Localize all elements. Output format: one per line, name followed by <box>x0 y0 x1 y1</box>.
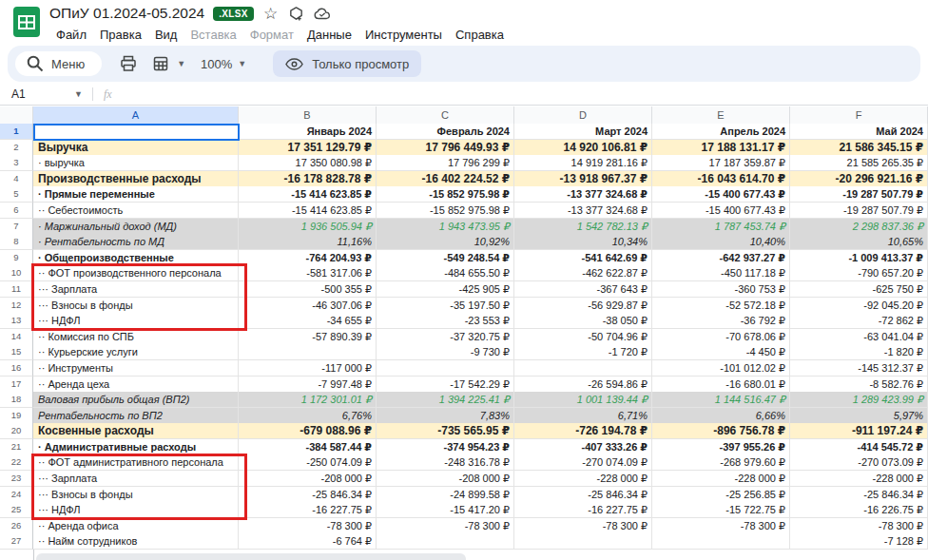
row-number[interactable]: 23 <box>0 471 33 487</box>
cell[interactable]: 17 187 359.87 ₽ <box>652 155 790 171</box>
cell[interactable]: 1 172 301.01 ₽ <box>239 392 377 408</box>
cell[interactable]: 2 298 837.36 ₽ <box>790 219 928 235</box>
row-label-cell[interactable]: ·· Аренда офиса <box>33 518 239 534</box>
cell[interactable]: -228 000 ₽ <box>790 471 928 487</box>
cell[interactable]: 6,76% <box>239 408 377 424</box>
cell[interactable]: -16 178 828.78 ₽ <box>239 171 377 187</box>
row-label-cell[interactable]: · Общепроизводственные <box>33 250 239 266</box>
month-header-cell[interactable]: Апрель 2024 <box>652 124 790 140</box>
cell[interactable]: -374 954.23 ₽ <box>377 439 514 455</box>
cell[interactable]: -56 929.87 ₽ <box>514 298 652 314</box>
column-header-A[interactable]: A <box>33 106 239 125</box>
cell[interactable]: -78 300 ₽ <box>652 518 790 534</box>
cell[interactable]: 21 586 345.15 ₽ <box>790 140 928 156</box>
cell[interactable] <box>377 533 514 550</box>
cell[interactable]: 17 796 449.93 ₽ <box>377 140 514 156</box>
cell[interactable]: -13 377 324.68 ₽ <box>514 186 652 203</box>
move-icon[interactable] <box>288 5 305 22</box>
cell[interactable]: -24 899.58 ₽ <box>377 487 514 503</box>
cell[interactable]: -92 045.20 ₽ <box>790 298 928 314</box>
cell[interactable]: -228 000 ₽ <box>514 471 652 487</box>
cell[interactable]: -50 704.96 ₽ <box>514 329 652 345</box>
row-label-cell[interactable]: · Прямые переменные <box>33 186 239 203</box>
cell[interactable]: -78 300 ₽ <box>377 518 514 534</box>
row-number[interactable]: 7 <box>0 219 33 235</box>
row-number[interactable]: 11 <box>0 281 33 298</box>
row-label-cell[interactable]: · выручка <box>33 155 239 171</box>
cell[interactable] <box>377 360 514 377</box>
cell[interactable]: -679 088.96 ₽ <box>239 423 377 439</box>
cell[interactable]: -25 256.85 ₽ <box>652 487 790 503</box>
cell[interactable]: -911 197.24 ₽ <box>790 423 928 439</box>
cell[interactable]: -425 905 ₽ <box>377 281 514 298</box>
row-number[interactable]: 2 <box>0 140 33 156</box>
cell[interactable]: -78 300 ₽ <box>514 518 652 534</box>
cell[interactable]: -16 226.75 ₽ <box>790 502 928 518</box>
cell[interactable]: -13 377 324.68 ₽ <box>514 203 652 219</box>
month-header-cell[interactable]: Март 2024 <box>514 124 652 140</box>
row-label-cell[interactable]: ··· НДФЛ <box>33 313 239 329</box>
select-all-corner[interactable] <box>0 106 33 125</box>
row-number[interactable]: 12 <box>0 298 33 314</box>
cell[interactable]: 10,40% <box>652 234 790 250</box>
cell[interactable]: -462 622.87 ₽ <box>514 265 652 281</box>
cell[interactable]: -208 000 ₽ <box>239 471 377 487</box>
cell[interactable]: 17 796 299 ₽ <box>377 155 514 171</box>
cell[interactable]: -35 197.50 ₽ <box>377 298 514 314</box>
cell[interactable]: -15 414 623.85 ₽ <box>239 203 377 219</box>
cell[interactable]: 14 920 106.81 ₽ <box>514 140 652 156</box>
document-status-cloud-icon[interactable] <box>314 5 331 22</box>
cell[interactable]: 1 144 516.47 ₽ <box>652 392 790 408</box>
cell[interactable]: -228 000 ₽ <box>652 471 790 487</box>
row-label-cell[interactable]: ·· Курьерские услуги <box>33 344 239 360</box>
cell[interactable]: -500 355 ₽ <box>239 281 377 298</box>
row-number[interactable]: 13 <box>0 313 33 329</box>
row-label-cell[interactable]: ·· Себестоимость <box>33 203 239 219</box>
cell[interactable]: -25 846.34 ₽ <box>239 487 377 503</box>
cell[interactable]: -15 417.20 ₽ <box>377 502 514 518</box>
cell[interactable]: -19 287 507.79 ₽ <box>790 186 928 203</box>
month-header-cell[interactable]: Май 2024 <box>790 124 928 140</box>
cell[interactable]: -4 450 ₽ <box>652 344 790 360</box>
row-label-cell[interactable]: Валовая прибыль общая (ВП2) <box>33 392 239 408</box>
row-label-cell[interactable]: · Административные расходы <box>33 439 239 455</box>
row-number[interactable]: 9 <box>0 250 33 266</box>
cell[interactable]: 1 394 225.41 ₽ <box>377 392 514 408</box>
cell[interactable]: -1 720 ₽ <box>514 344 652 360</box>
row-number[interactable]: 21 <box>0 439 33 455</box>
row-number[interactable]: 4 <box>0 171 33 187</box>
cell[interactable]: -790 657.20 ₽ <box>790 265 928 281</box>
view-only-chip[interactable]: Только просмотр <box>273 50 421 77</box>
menu-item-0[interactable]: Файл <box>49 26 93 44</box>
row-number[interactable]: 17 <box>0 377 33 393</box>
cell[interactable]: -72 862 ₽ <box>790 313 928 329</box>
row-label-cell[interactable]: ··· НДФЛ <box>33 502 239 518</box>
cell[interactable]: -549 248.54 ₽ <box>377 250 514 266</box>
cell[interactable]: 17 188 131.17 ₽ <box>652 140 790 156</box>
cell[interactable]: 17 350 080.98 ₽ <box>239 155 377 171</box>
cell[interactable]: -208 000 ₽ <box>377 471 514 487</box>
cell[interactable]: -541 642.69 ₽ <box>514 250 652 266</box>
column-header-F[interactable]: F <box>790 106 928 125</box>
row-number[interactable]: 14 <box>0 329 33 345</box>
cell[interactable]: -57 890.39 ₽ <box>239 329 377 345</box>
sheets-logo[interactable] <box>12 7 41 37</box>
cell[interactable]: -642 937.27 ₽ <box>652 250 790 266</box>
cell[interactable]: -407 333.26 ₽ <box>514 439 652 455</box>
column-header-C[interactable]: C <box>377 106 514 125</box>
cell[interactable]: -101 012.02 ₽ <box>652 360 790 377</box>
cell[interactable]: -25 846.34 ₽ <box>790 487 928 503</box>
cell[interactable]: -52 572.18 ₽ <box>652 298 790 314</box>
row-number[interactable]: 10 <box>0 265 33 281</box>
cell[interactable]: -20 296 921.16 ₽ <box>790 171 928 187</box>
row-number[interactable]: 5 <box>0 186 33 203</box>
column-header-B[interactable]: B <box>239 106 377 125</box>
row-label-cell[interactable]: ·· Комиссия по СПБ <box>33 329 239 345</box>
row-number[interactable]: 25 <box>0 502 33 518</box>
cell[interactable]: -250 074.09 ₽ <box>239 454 377 471</box>
row-label-cell[interactable]: ·· Найм сотрудников <box>33 533 239 550</box>
row-number[interactable]: 18 <box>0 392 33 408</box>
cell[interactable]: 1 542 782.13 ₽ <box>514 219 652 235</box>
cell[interactable]: 1 289 423.99 ₽ <box>790 392 928 408</box>
cell[interactable]: 10,34% <box>514 234 652 250</box>
